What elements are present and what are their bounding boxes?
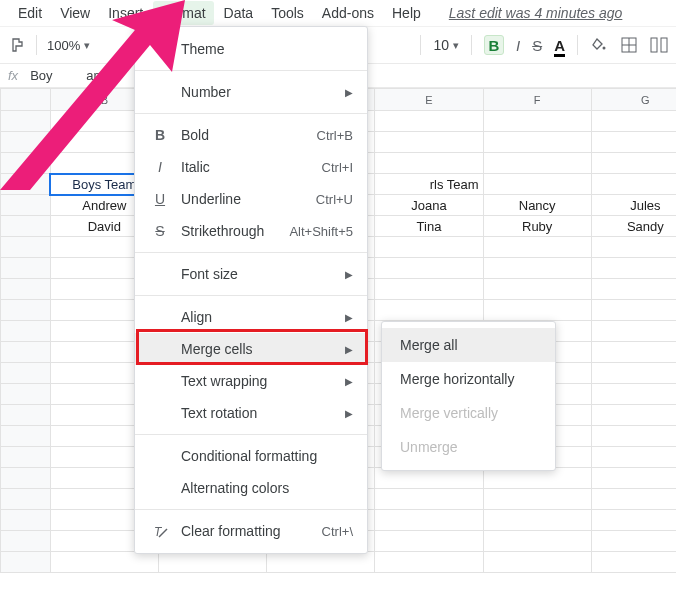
corner-cell[interactable]: [1, 89, 51, 111]
menu-help[interactable]: Help: [384, 1, 429, 25]
menu-clear-formatting[interactable]: T Clear formatting Ctrl+\: [135, 515, 367, 547]
svg-point-0: [603, 47, 606, 50]
menu-conditional-formatting[interactable]: Conditional formatting: [135, 440, 367, 472]
menu-data[interactable]: Data: [216, 1, 262, 25]
borders-button[interactable]: [620, 36, 638, 54]
menu-alternating-colors[interactable]: Alternating colors: [135, 472, 367, 504]
menu-italic[interactable]: I Italic Ctrl+I: [135, 151, 367, 183]
menu-strikethrough[interactable]: S Strikethrough Alt+Shift+5: [135, 215, 367, 247]
svg-text:T: T: [154, 525, 163, 539]
row-header[interactable]: [1, 132, 51, 153]
menu-text-rotation[interactable]: Text rotation ▶: [135, 397, 367, 429]
menu-merge-vertically: Merge vertically: [382, 396, 555, 430]
cell-girls-team-header[interactable]: [591, 174, 676, 195]
menu-insert[interactable]: Insert: [100, 1, 151, 25]
cell[interactable]: Sandy: [591, 216, 676, 237]
menu-number[interactable]: Number ▶: [135, 76, 367, 108]
submenu-arrow-icon: ▶: [345, 87, 353, 98]
menu-addons[interactable]: Add-ons: [314, 1, 382, 25]
formula-cell-content[interactable]: Boy am: [30, 68, 104, 83]
menu-font-size[interactable]: Font size ▶: [135, 258, 367, 290]
menu-underline[interactable]: U Underline Ctrl+U: [135, 183, 367, 215]
clear-format-icon: T: [151, 522, 169, 540]
col-header-f[interactable]: F: [483, 89, 591, 111]
cell[interactable]: Tina: [375, 216, 483, 237]
cell[interactable]: Joana: [375, 195, 483, 216]
strike-icon: S: [151, 222, 169, 240]
menu-theme[interactable]: Theme: [135, 33, 367, 65]
menu-merge-horizontally[interactable]: Merge horizontally: [382, 362, 555, 396]
menu-text-wrapping[interactable]: Text wrapping ▶: [135, 365, 367, 397]
row-header[interactable]: [1, 216, 51, 237]
row-header[interactable]: [1, 174, 51, 195]
chevron-down-icon: ▾: [84, 39, 90, 52]
menubar: Edit View Insert Format Data Tools Add-o…: [0, 0, 676, 26]
font-size-dropdown[interactable]: 10 ▾: [433, 37, 459, 53]
cell[interactable]: Nancy: [483, 195, 591, 216]
zoom-dropdown[interactable]: 100% ▾: [47, 38, 90, 53]
menu-align[interactable]: Align ▶: [135, 301, 367, 333]
format-dropdown: Theme Number ▶ B Bold Ctrl+B I Italic Ct…: [134, 26, 368, 554]
italic-icon: I: [151, 158, 169, 176]
cell[interactable]: Ruby: [483, 216, 591, 237]
fill-color-button[interactable]: [590, 36, 608, 54]
menu-tools[interactable]: Tools: [263, 1, 312, 25]
menu-edit[interactable]: Edit: [10, 1, 50, 25]
merge-button[interactable]: [650, 36, 668, 54]
menu-unmerge: Unmerge: [382, 430, 555, 464]
row-header[interactable]: [1, 111, 51, 132]
zoom-value: 100%: [47, 38, 80, 53]
last-edit-link[interactable]: Last edit was 4 minutes ago: [449, 5, 623, 21]
menu-merge-cells[interactable]: Merge cells ▶: [135, 333, 367, 365]
cell-girls-team-header[interactable]: rls Team: [375, 174, 483, 195]
submenu-arrow-icon: ▶: [345, 269, 353, 280]
menu-view[interactable]: View: [52, 1, 98, 25]
text-color-button[interactable]: A: [554, 37, 565, 54]
italic-button[interactable]: I: [516, 37, 520, 54]
col-header-g[interactable]: G: [591, 89, 676, 111]
bold-icon: B: [151, 126, 169, 144]
font-size-value: 10: [433, 37, 449, 53]
bold-button[interactable]: B: [484, 35, 504, 55]
paint-format-icon[interactable]: [8, 36, 26, 54]
submenu-arrow-icon: ▶: [345, 344, 353, 355]
menu-bold[interactable]: B Bold Ctrl+B: [135, 119, 367, 151]
submenu-arrow-icon: ▶: [345, 376, 353, 387]
cell[interactable]: Jules: [591, 195, 676, 216]
svg-rect-4: [651, 38, 657, 52]
fx-label: fx: [8, 68, 18, 83]
strikethrough-button[interactable]: S: [532, 37, 542, 54]
merge-submenu: Merge all Merge horizontally Merge verti…: [381, 321, 556, 471]
svg-rect-5: [661, 38, 667, 52]
menu-merge-all[interactable]: Merge all: [382, 328, 555, 362]
submenu-arrow-icon: ▶: [345, 312, 353, 323]
col-header-e[interactable]: E: [375, 89, 483, 111]
row-header[interactable]: [1, 153, 51, 174]
chevron-down-icon: ▾: [453, 39, 459, 52]
cell-girls-team-header[interactable]: [483, 174, 591, 195]
row-header[interactable]: [1, 195, 51, 216]
underline-icon: U: [151, 190, 169, 208]
submenu-arrow-icon: ▶: [345, 408, 353, 419]
menu-format[interactable]: Format: [153, 1, 213, 25]
